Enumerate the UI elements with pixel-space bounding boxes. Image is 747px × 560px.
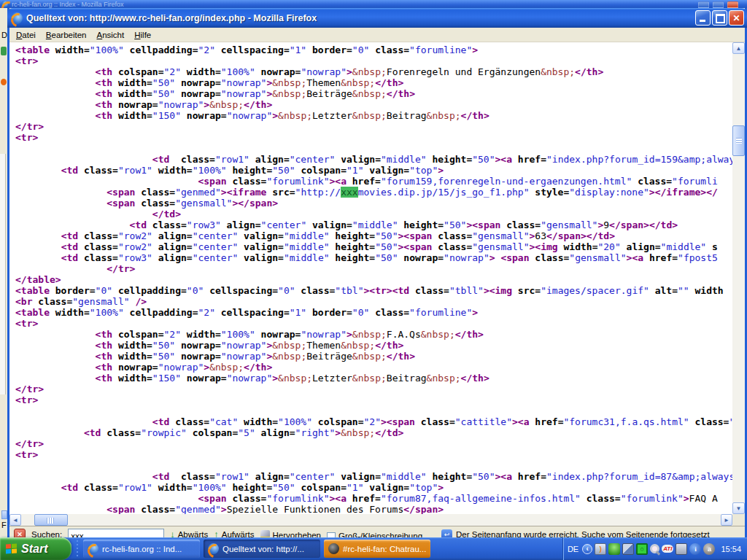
info-icon[interactable]: i bbox=[689, 543, 701, 555]
firefox-icon bbox=[11, 12, 23, 24]
source-line: <td class="row1" width="100%" height="50… bbox=[15, 165, 732, 176]
background-window-titlebar: rc-heli-fan.org :: Index - Mozilla Firef… bbox=[0, 0, 747, 8]
horizontal-scroll-thumb[interactable] bbox=[34, 514, 68, 526]
taskbar-button-label: rc-heli-fan.org :: Ind... bbox=[102, 545, 182, 553]
source-line: <td class="row1" align="center" valign="… bbox=[15, 154, 732, 165]
background-minimize-button[interactable] bbox=[698, 1, 709, 8]
source-line: </tr> bbox=[15, 121, 732, 132]
monitor-icon[interactable] bbox=[676, 543, 687, 555]
scrollbar-corner bbox=[732, 514, 745, 526]
source-line: <th width="50" nowrap="nowrap">&nbsp;Bei… bbox=[15, 351, 732, 362]
maximize-button[interactable] bbox=[712, 10, 727, 26]
source-line: <td class="row1" width="100%" height="50… bbox=[15, 482, 732, 493]
minimize-button[interactable] bbox=[695, 10, 711, 26]
source-line: <tr> bbox=[15, 449, 732, 460]
source-line: </tr> bbox=[15, 263, 732, 274]
vertical-scroll-thumb[interactable] bbox=[732, 125, 745, 156]
display-settings-icon[interactable] bbox=[622, 543, 634, 555]
firefox-icon bbox=[1, 1, 8, 7]
window-title: Quelltext von: http://www.rc-heli-fan.or… bbox=[26, 13, 694, 23]
source-line: <td class="row2" align="center" valign="… bbox=[15, 230, 732, 241]
taskbar-button[interactable]: Quelltext von: http://... bbox=[204, 540, 320, 558]
source-line: <th width="150" nowrap="nowrap">&nbsp;Le… bbox=[15, 110, 732, 121]
taskbar-divider bbox=[74, 540, 80, 558]
taskbar-button-label: Quelltext von: http://... bbox=[222, 545, 304, 553]
source-line: <td class="row1" align="center" valign="… bbox=[15, 471, 732, 482]
background-maximize-button[interactable] bbox=[713, 1, 724, 8]
source-line: <td class="rowpic" colspan="5" align="ri… bbox=[15, 427, 732, 438]
taskbar: Start rc-heli-fan.org :: Ind...Quelltext… bbox=[0, 537, 747, 560]
source-line: <tr> bbox=[15, 394, 732, 405]
background-panel-fragment bbox=[0, 154, 6, 394]
close-button[interactable]: ✕ bbox=[729, 10, 744, 26]
taskbar-button[interactable]: rc-heli-fan.org :: Ind... bbox=[83, 540, 200, 558]
horizontal-scrollbar[interactable]: ◄ ► bbox=[9, 514, 745, 526]
clock: 15:54 bbox=[721, 545, 741, 553]
source-line: </tr> bbox=[15, 384, 732, 394]
titlebar[interactable]: Quelltext von: http://www.rc-heli-fan.or… bbox=[7, 8, 747, 28]
icq-icon[interactable] bbox=[608, 543, 620, 555]
source-line: <th width="50" nowrap="nowrap">&nbsp;The… bbox=[15, 340, 732, 351]
avast-icon[interactable]: a bbox=[703, 543, 715, 555]
source-line: <th colspan="2" width="100%" nowrap="now… bbox=[15, 329, 732, 340]
background-menu-fragment: D bbox=[1, 31, 7, 39]
background-window-edge: D F bbox=[0, 8, 7, 537]
menu-item-bearbeiten[interactable]: Bearbeiten bbox=[41, 29, 92, 41]
chip-icon[interactable]: ○ bbox=[636, 543, 648, 555]
source-line bbox=[15, 405, 732, 416]
horizontal-scroll-track[interactable] bbox=[21, 514, 721, 526]
source-line: <th width="50" nowrap="nowrap">&nbsp;The… bbox=[15, 77, 732, 88]
menu-item-datei[interactable]: Datei bbox=[11, 29, 41, 41]
background-close-button[interactable] bbox=[727, 1, 738, 8]
background-status-fragment: F bbox=[1, 521, 7, 529]
source-line: <span class="forumlink"><a href="forum15… bbox=[15, 176, 732, 187]
source-line: </tr> bbox=[15, 438, 732, 449]
scroll-right-button[interactable]: ► bbox=[721, 514, 732, 526]
background-scrollbar-fragment bbox=[1, 510, 7, 519]
source-line: <tr> bbox=[15, 55, 732, 66]
source-line: <span class="genmed">Spezielle Funktione… bbox=[15, 504, 732, 514]
firefox-icon bbox=[208, 543, 219, 554]
source-line: <td class="row3" align="center" valign="… bbox=[15, 252, 732, 263]
source-line: <th width="150" nowrap="nowrap">&nbsp;Le… bbox=[15, 373, 732, 384]
start-button[interactable]: Start bbox=[0, 537, 71, 560]
view-source-window: Quelltext von: http://www.rc-heli-fan.or… bbox=[7, 8, 747, 560]
menubar: DateiBearbeitenAnsichtHilfe bbox=[9, 28, 745, 42]
source-line: </td> bbox=[15, 209, 732, 219]
menu-item-ansicht[interactable]: Ansicht bbox=[92, 29, 130, 41]
back-button-fragment-icon bbox=[1, 47, 7, 55]
source-line: </table> bbox=[15, 274, 732, 285]
source-line: <th width="50" nowrap="nowrap">&nbsp;Bei… bbox=[15, 88, 732, 99]
hide-icons-chevron[interactable]: ‹ bbox=[582, 544, 592, 554]
source-line: <table width="100%" cellpadding="2" cell… bbox=[15, 307, 732, 318]
source-line: <span class="genmed"><iframe src="http:/… bbox=[15, 187, 732, 198]
source-line: <table border="0" cellpadding="0" cellsp… bbox=[15, 285, 732, 296]
network-icon[interactable]: ) bbox=[595, 543, 606, 555]
source-line: <span class="gensmall"></span> bbox=[15, 198, 732, 209]
ati-icon[interactable]: ATI bbox=[662, 545, 673, 553]
language-indicator[interactable]: DE bbox=[568, 545, 578, 553]
search-highlight: xxx bbox=[341, 187, 357, 198]
system-tray: DE ‹)○ATIia 15:54 bbox=[562, 537, 747, 560]
source-line: <th colspan="2" width="100%" nowrap="now… bbox=[15, 66, 732, 77]
source-line: <td class="cat" width="100%" colspan="2"… bbox=[15, 416, 732, 427]
vertical-scrollbar[interactable]: ▲ ▼ bbox=[732, 42, 745, 514]
source-line: <td class="row2" align="center" valign="… bbox=[15, 241, 732, 252]
source-line bbox=[15, 143, 732, 154]
source-line: <td class="row3" align="center" valign="… bbox=[15, 219, 732, 230]
scroll-up-button[interactable]: ▲ bbox=[732, 42, 745, 54]
magnifier-icon[interactable] bbox=[650, 544, 659, 553]
source-line: <tr> bbox=[15, 132, 732, 143]
source-code: <table width="100%" cellpadding="2" cell… bbox=[9, 42, 732, 514]
source-line: <table width="100%" cellpadding="2" cell… bbox=[15, 44, 732, 55]
scroll-down-button[interactable]: ▼ bbox=[732, 502, 745, 514]
toolbar-fragment-icon bbox=[1, 79, 7, 85]
source-line: <br class="gensmall" /> bbox=[15, 296, 732, 307]
irc-icon bbox=[328, 543, 339, 554]
source-line: <th nowrap="nowrap">&nbsp;</th> bbox=[15, 362, 732, 373]
taskbar-button[interactable]: #rc-heli-fan: Chatrau... bbox=[324, 540, 430, 558]
background-window-title: rc-heli-fan.org :: Index - Mozilla Firef… bbox=[12, 1, 124, 8]
scroll-left-button[interactable]: ◄ bbox=[9, 514, 21, 526]
menu-item-hilfe[interactable]: Hilfe bbox=[129, 29, 156, 41]
taskbar-button-label: #rc-heli-fan: Chatrau... bbox=[343, 545, 426, 553]
